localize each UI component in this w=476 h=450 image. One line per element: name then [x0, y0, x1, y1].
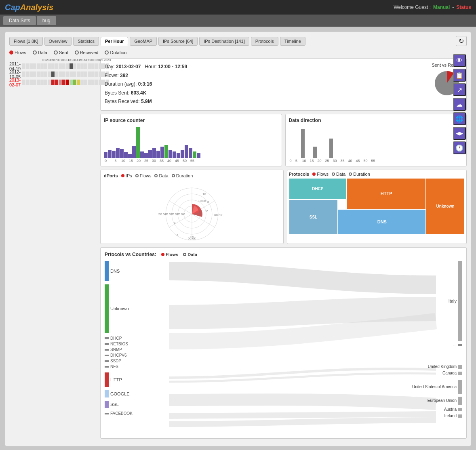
bar [185, 145, 188, 158]
tab-ips-source[interactable]: IPs Source [64] [158, 37, 198, 46]
right-panel: Day: 2013-02-07 Hour: 12:00 - 12:59 Flow… [100, 58, 467, 439]
logo-cap: Cap [5, 3, 20, 12]
tab-protocols[interactable]: Protocols [251, 37, 278, 46]
logo: CapAnalysis [5, 3, 53, 12]
bar [132, 146, 136, 158]
legend-received-label: Received [80, 50, 99, 55]
sankey-austria: Austria [390, 407, 462, 412]
hour-value: 12:00 - 12:59 [158, 64, 187, 69]
duration-label: Duration (avg): [105, 81, 137, 87]
charts-row-1: IP source counter [100, 114, 467, 166]
bar [152, 148, 156, 158]
tab-timeline[interactable]: Timeline [280, 37, 305, 46]
dports-flows[interactable]: Flows [135, 173, 152, 178]
legend-flows[interactable]: Flows [9, 50, 26, 55]
dports-ips-label: IPs [126, 173, 132, 178]
share-icon-btn[interactable]: ↗ [453, 83, 466, 96]
bar [313, 147, 317, 158]
tab-geomap[interactable]: GeoMAP [130, 37, 157, 46]
content-card: Flows [1.8K] Overview Statistcs Per Hour… [5, 32, 471, 446]
duration-value: 0:3:16 [138, 81, 152, 87]
protocols-countries-section: Prtocols vs Countries: Flows Data [100, 247, 467, 439]
sankey-eu: European Union [390, 396, 462, 405]
date-row-2[interactable]: 2012-10-05 [9, 71, 98, 78]
bar [189, 148, 192, 158]
legend-flows-label: Flows [15, 50, 26, 55]
bar [197, 153, 200, 158]
globe-icon-btn[interactable]: 🌐 [453, 112, 466, 125]
bar [140, 151, 144, 158]
proto-data[interactable]: Data [332, 172, 345, 177]
bar [116, 148, 120, 158]
info-bytes-sent-row: Bytes Sent: 603.4K [105, 89, 187, 98]
sankey-dots: ... [390, 342, 462, 348]
clock-icon-btn[interactable]: 🕐 [453, 141, 466, 154]
status-link[interactable]: Status [456, 4, 471, 10]
manual-link[interactable]: Manual [433, 4, 450, 10]
bar-spike [136, 127, 140, 158]
date-cells-1 [22, 63, 109, 69]
proto-flows[interactable]: Flows [312, 172, 329, 177]
tab-per-hour[interactable]: Per Hour [101, 37, 128, 46]
data-direction-title: Data direction [289, 118, 463, 123]
received-radio [75, 50, 79, 55]
date-cells-3 [22, 80, 109, 85]
bar [181, 150, 184, 158]
italy-label: Italy [449, 299, 457, 303]
dports-duration-label: Duration [176, 173, 193, 178]
nav-bug[interactable]: bug [37, 16, 56, 25]
ip-source-chart: IP source counter [100, 114, 282, 166]
bar [329, 139, 333, 158]
date-row-1[interactable]: 2011-04-19 [9, 63, 98, 70]
info-duration-row: Duration (avg): 0:3:16 [105, 80, 187, 89]
legend-dutation[interactable]: Dutation [105, 50, 126, 55]
tab-overview[interactable]: Overview [44, 37, 72, 46]
dports-ips[interactable]: IPs [121, 173, 132, 178]
legend-sent[interactable]: Sent [54, 50, 68, 55]
legend-sent-label: Sent [59, 50, 68, 55]
proto-countries-flows[interactable]: Flows [161, 252, 178, 257]
cloud-icon-btn[interactable]: ☁ [453, 98, 466, 111]
dports-data[interactable]: Data [154, 173, 168, 178]
bar [120, 149, 124, 158]
info-box: Day: 2013-02-07 Hour: 12:00 - 12:59 Flow… [100, 58, 467, 111]
dutation-radio [105, 50, 109, 55]
legend-data[interactable]: Data [33, 50, 47, 55]
svg-line-19 [192, 214, 215, 227]
info-flows-row: Flows: 392 [105, 71, 187, 80]
ip-source-bars [104, 126, 278, 158]
tab-flows[interactable]: Flows [1.8K] [9, 37, 43, 46]
tab-ips-dest[interactable]: IPs Destination [141] [199, 37, 249, 46]
tab-statistcs[interactable]: Statistcs [73, 37, 99, 46]
polar-chart-svg: 20.0K 30.0K 40.0K 50.0K 10.0K 60.0K 50.0… [152, 180, 232, 240]
header: CapAnalysis Welcome Guest : Manual - Sta… [0, 0, 476, 15]
proto-data-label: Data [336, 172, 345, 177]
proto-countries-data-label: Data [187, 252, 197, 257]
svg-text:6: 6 [207, 200, 209, 204]
refresh-button[interactable]: ↻ [456, 36, 467, 46]
bar [128, 154, 132, 158]
legend-received[interactable]: Received [75, 50, 99, 55]
proto-countries-title: Prtocols vs Countries: [105, 252, 156, 257]
eye-icon-btn[interactable]: 👁 [453, 54, 466, 67]
date-row-3[interactable]: 2013-02-07 [9, 79, 98, 86]
date-label-3: 2013-02-07 [9, 78, 21, 87]
proto-countries-data[interactable]: Data [183, 252, 197, 257]
welcome-text: Welcome Guest : [394, 4, 431, 10]
sidebar-icons: 👁 📋 ↗ ☁ 🌐 ◀▶ 🕐 [453, 54, 466, 154]
bytes-sent-label: Bytes Sent: [105, 90, 129, 96]
sankey-italy: Italy [390, 261, 462, 341]
arrows-icon-btn[interactable]: ◀▶ [453, 127, 466, 140]
document-icon-btn[interactable]: 📋 [453, 69, 466, 82]
data-radio [33, 50, 37, 55]
nav-datasets[interactable]: Data Sets [3, 16, 36, 25]
info-day-row: Day: 2013-02-07 Hour: 12:00 - 12:59 [105, 63, 187, 71]
sankey-ireland: Ireland [390, 413, 462, 419]
header-right: Welcome Guest : Manual - Status [394, 4, 471, 10]
tm-http: HTTP [347, 178, 426, 209]
flows-value: 392 [120, 73, 128, 78]
dports-duration[interactable]: Duration [172, 173, 193, 178]
proto-duration[interactable]: Duration [349, 172, 370, 177]
proto-flows-label: Flows [317, 172, 329, 177]
dports-flows-label: Flows [140, 173, 152, 178]
